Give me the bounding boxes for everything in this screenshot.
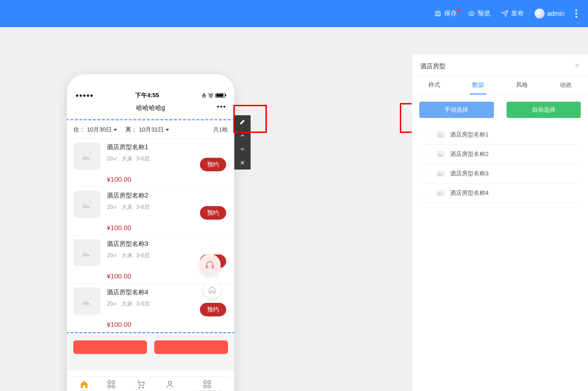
room-image-placeholder xyxy=(73,142,100,170)
save-button[interactable]: 保存 xyxy=(434,9,457,18)
svg-rect-20 xyxy=(204,385,207,388)
app-header: 保存 预览 发布 admin xyxy=(0,0,588,27)
room-image-placeholder xyxy=(73,239,100,266)
svg-point-17 xyxy=(169,381,172,384)
svg-point-15 xyxy=(139,387,140,388)
block-toolbar xyxy=(234,115,251,170)
item-thumb-icon xyxy=(436,151,445,157)
svg-rect-0 xyxy=(436,11,441,16)
page-title-bar: 哈哈哈哈g xyxy=(67,101,234,118)
publish-button[interactable]: 发布 xyxy=(501,9,524,18)
checkout-picker[interactable]: 离： 10月31日 xyxy=(125,126,169,134)
svg-rect-19 xyxy=(208,381,211,384)
preview-button[interactable]: 预览 xyxy=(468,9,490,18)
item-label: 酒店房型名称3 xyxy=(450,170,488,178)
checkin-picker[interactable]: 住： 10月30日 xyxy=(73,126,117,134)
pencil-icon xyxy=(239,119,246,125)
home-icon xyxy=(208,286,216,294)
room-image-placeholder xyxy=(73,287,100,315)
drag-handle-icon[interactable]: ⋮⋮ xyxy=(421,171,431,176)
move-down-button[interactable] xyxy=(234,142,251,156)
home-fab[interactable] xyxy=(204,281,221,298)
checkout-value: 10月31日 xyxy=(139,126,164,134)
chevron-right-double-icon xyxy=(574,62,580,69)
drag-handle-icon[interactable]: ⋮⋮ xyxy=(421,132,431,137)
close-icon xyxy=(239,160,246,166)
data-item[interactable]: ⋮⋮ 酒店房型名称4 xyxy=(419,184,581,203)
lock-icon xyxy=(202,93,206,98)
preview-label: 预览 xyxy=(478,9,490,18)
tab-cart[interactable]: 购物车 xyxy=(133,380,148,391)
manual-select-button[interactable]: 手动选择 xyxy=(419,102,494,118)
svg-point-16 xyxy=(142,387,144,388)
tab-style[interactable]: 样式 xyxy=(412,75,456,94)
room-row[interactable]: 酒店房型名称1 20㎡大床3-6层 ¥100.00 预约 xyxy=(67,139,234,187)
room-price: ¥100.00 xyxy=(107,224,228,231)
tab-knowledge[interactable]: 知识付费分类 xyxy=(192,380,222,391)
tab-theme[interactable]: 风格 xyxy=(500,75,544,94)
book-button[interactable]: 预约 xyxy=(200,158,226,171)
book-button[interactable]: 预约 xyxy=(200,303,226,316)
grid-icon xyxy=(107,380,116,389)
room-image-placeholder xyxy=(73,191,100,218)
hotel-rooms-block[interactable]: 住： 10月30日 离： 10月31日 共1晚 xyxy=(67,120,234,332)
delete-block-button[interactable] xyxy=(234,156,251,170)
data-item[interactable]: ⋮⋮ 酒店房型名称1 xyxy=(419,125,581,145)
overflow-menu[interactable] xyxy=(575,9,577,18)
svg-point-6 xyxy=(89,201,90,203)
headset-icon xyxy=(205,260,215,270)
tab-animation[interactable]: 动效 xyxy=(544,75,588,94)
room-price: ¥100.00 xyxy=(107,175,228,183)
chevron-down-icon xyxy=(239,146,246,152)
svg-rect-13 xyxy=(108,385,110,388)
item-thumb-icon xyxy=(436,170,445,177)
data-item[interactable]: ⋮⋮ 酒店房型名称2 xyxy=(419,145,581,164)
chevron-up-icon xyxy=(239,132,246,139)
user-menu[interactable]: admin xyxy=(535,9,564,19)
checkout-label: 离： xyxy=(125,126,137,134)
svg-rect-10 xyxy=(212,266,214,269)
editor-stage: 下午4:55 哈哈哈哈g 住： 10月30日 xyxy=(0,27,588,391)
item-thumb-icon xyxy=(436,190,445,196)
drag-handle-icon[interactable]: ⋮⋮ xyxy=(421,152,431,157)
move-up-button[interactable] xyxy=(234,129,251,142)
edit-block-button[interactable] xyxy=(234,115,251,129)
tab-data[interactable]: 数据 xyxy=(456,75,500,94)
svg-point-5 xyxy=(89,153,90,154)
room-title: 酒店房型名称3 xyxy=(107,240,228,248)
next-block-preview xyxy=(67,332,234,354)
svg-rect-21 xyxy=(208,385,211,388)
send-icon xyxy=(501,10,508,17)
status-time: 下午4:55 xyxy=(135,91,159,99)
cart-icon xyxy=(136,380,145,389)
room-row[interactable]: 酒店房型名称2 20㎡大床3-6层 ¥100.00 预约 xyxy=(67,187,234,236)
book-button[interactable]: 预约 xyxy=(200,206,226,220)
item-label: 酒店房型名称4 xyxy=(450,189,488,197)
tab-home[interactable]: 首页 xyxy=(79,380,89,391)
svg-rect-1 xyxy=(436,14,439,16)
support-fab[interactable] xyxy=(199,254,221,276)
svg-point-8 xyxy=(89,298,90,299)
user-name: admin xyxy=(547,10,564,17)
room-price: ¥100.00 xyxy=(107,320,228,328)
tab-category[interactable]: 分类 xyxy=(106,380,116,391)
panel-collapse-button[interactable] xyxy=(574,62,580,71)
svg-rect-3 xyxy=(203,95,205,97)
date-row: 住： 10月30日 离： 10月31日 共1晚 xyxy=(67,120,234,139)
phone-preview: 下午4:55 哈哈哈哈g 住： 10月30日 xyxy=(67,74,234,391)
avatar-icon xyxy=(535,9,545,19)
tab-bar: 首页 分类 购物车 我的 知识付费分类 xyxy=(71,376,231,391)
signal-dots-icon xyxy=(76,94,93,97)
item-label: 酒店房型名称1 xyxy=(450,131,488,139)
data-item[interactable]: ⋮⋮ 酒店房型名称3 xyxy=(419,164,581,184)
checkin-label: 住： xyxy=(73,126,85,134)
drag-handle-icon[interactable]: ⋮⋮ xyxy=(421,191,431,196)
tab-profile[interactable]: 我的 xyxy=(165,380,175,391)
save-label: 保存 xyxy=(444,9,457,18)
auto-select-button[interactable]: 自动选择 xyxy=(507,102,581,118)
item-label: 酒店房型名称2 xyxy=(450,150,488,158)
panel-tabs: 样式 数据 风格 动效 xyxy=(412,75,588,94)
panel-title: 酒店房型 xyxy=(420,62,446,71)
grid-icon xyxy=(203,380,212,389)
page-more-icon[interactable] xyxy=(217,106,225,108)
